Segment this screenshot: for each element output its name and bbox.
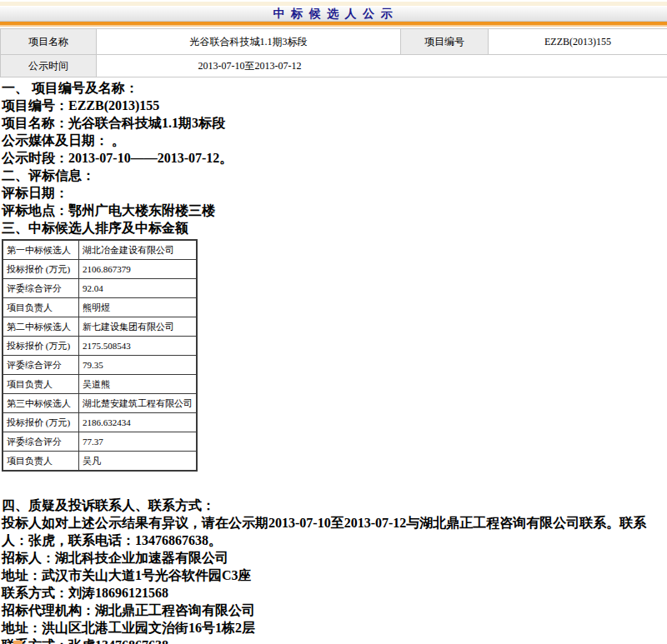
- score-value: 92.04: [79, 279, 198, 298]
- table-row: 投标报价 (万元) 2186.632434: [3, 413, 197, 432]
- candidates-table: 第一中标候选人 湖北冶金建设有限公司 投标报价 (万元) 2106.867379…: [2, 239, 198, 472]
- agency-line: 招标代理机构：湖北鼎正工程咨询有限公司: [2, 602, 667, 619]
- candidate3-label: 第三中标候选人: [3, 394, 79, 413]
- section3-heading: 三、中标候选人排序及中标金额: [2, 219, 667, 237]
- evaluation-date-line: 评标日期：: [2, 184, 667, 202]
- manager-label: 项目负责人: [3, 375, 79, 394]
- agency-contact-line: 联系方式：张虎13476867638: [2, 637, 667, 644]
- cutoff-footer-fragment: [13, 641, 23, 644]
- section-gap: [0, 472, 667, 497]
- table-row: 项目名称 光谷联合科技城1.1期3标段 项目编号 EZZB(2013)155: [1, 29, 667, 55]
- candidate1-value: 湖北冶金建设有限公司: [79, 240, 198, 260]
- table-row: 评委综合评分 92.04: [3, 279, 197, 298]
- table-row: 第二中标候选人 新七建设集团有限公司: [3, 317, 197, 337]
- manager-value: 熊明煜: [79, 298, 198, 317]
- candidate1-label: 第一中标候选人: [3, 240, 79, 260]
- publicity-period-line: 公示时段：2013-07-10——2013-07-12。: [2, 149, 667, 167]
- tenderer-address-line: 地址：武汉市关山大道1号光谷软件园C3座: [2, 567, 667, 584]
- table-row: 评委综合评分 79.35: [3, 356, 197, 375]
- table-row: 项目负责人 吴凡: [3, 452, 197, 472]
- agency-address-line: 地址：洪山区北港工业园文治街16号1栋2层: [2, 619, 667, 637]
- project-name-value: 光谷联合科技城1.1期3标段: [97, 29, 401, 55]
- project-info-table: 项目名称 光谷联合科技城1.1期3标段 项目编号 EZZB(2013)155 公…: [0, 28, 667, 77]
- score-value: 79.35: [79, 356, 198, 375]
- page-title: 中 标 候 选 人 公 示: [0, 7, 667, 21]
- bid-price-label: 投标报价 (万元): [3, 260, 79, 279]
- publicity-time-cell: 2013-07-10至2013-07-12: [97, 55, 667, 77]
- body-section: 一、 项目编号及名称： 项目编号：EZZB(2013)155 项目名称：光谷联合…: [0, 77, 667, 237]
- section2-heading: 二、评标信息：: [2, 167, 667, 184]
- manager-value: 吴凡: [79, 452, 198, 472]
- section1-heading: 一、 项目编号及名称：: [2, 79, 667, 97]
- project-name-line: 项目名称：光谷联合科技城1.1期3标段: [2, 114, 667, 132]
- table-row: 项目负责人 吴道熊: [3, 375, 197, 394]
- candidate2-label: 第二中标候选人: [3, 317, 79, 337]
- tenderer-line: 招标人：湖北科技企业加速器有限公司: [2, 549, 667, 567]
- table-row: 项目负责人 熊明煜: [3, 298, 197, 317]
- manager-label: 项目负责人: [3, 298, 79, 317]
- section4-heading: 四、质疑及投诉联系人、联系方式：: [2, 497, 667, 514]
- table-row: 第三中标候选人 湖北楚安建筑工程有限公司: [3, 394, 197, 413]
- manager-value: 吴道熊: [79, 375, 198, 394]
- score-label: 评委综合评分: [3, 432, 79, 452]
- score-value: 77.37: [79, 432, 198, 452]
- publicity-media-line: 公示媒体及日期： 。: [2, 132, 667, 149]
- table-row: 评委综合评分 77.37: [3, 432, 197, 452]
- objection-paragraph: 投标人如对上述公示结果有异议，请在公示期2013-07-10至2013-07-1…: [2, 514, 667, 549]
- manager-label: 项目负责人: [3, 452, 79, 472]
- bid-price-value: 2175.508543: [79, 337, 198, 356]
- bid-price-value: 2186.632434: [79, 413, 198, 432]
- candidate2-value: 新七建设集团有限公司: [79, 317, 198, 337]
- score-label: 评委综合评分: [3, 356, 79, 375]
- table-row: 第一中标候选人 湖北冶金建设有限公司: [3, 240, 197, 260]
- table-row: 投标报价 (万元) 2106.867379: [3, 260, 197, 279]
- project-no-label: 项目编号: [401, 29, 489, 55]
- score-label: 评委综合评分: [3, 279, 79, 298]
- project-no-line: 项目编号：EZZB(2013)155: [2, 97, 667, 114]
- candidate3-value: 湖北楚安建筑工程有限公司: [79, 394, 198, 413]
- publicity-time-value: 2013-07-10至2013-07-12: [98, 59, 402, 73]
- contact-section: 四、质疑及投诉联系人、联系方式： 投标人如对上述公示结果有异议，请在公示期201…: [0, 497, 667, 644]
- table-row: 投标报价 (万元) 2175.508543: [3, 337, 197, 356]
- bid-price-label: 投标报价 (万元): [3, 337, 79, 356]
- announcement-page: { "colors": { "accent_orange": "#F0941F"…: [0, 0, 667, 644]
- project-no-value: EZZB(2013)155: [489, 29, 667, 55]
- tenderer-contact-line: 联系方式：刘涛18696121568: [2, 584, 667, 602]
- table-row: 公示时间 2013-07-10至2013-07-12: [1, 55, 667, 77]
- project-name-label: 项目名称: [1, 29, 97, 55]
- evaluation-place-line: 评标地点：鄂州广电大楼东附楼三楼: [2, 202, 667, 219]
- publicity-time-label: 公示时间: [1, 55, 97, 77]
- bid-price-label: 投标报价 (万元): [3, 413, 79, 432]
- bid-price-value: 2106.867379: [79, 260, 198, 279]
